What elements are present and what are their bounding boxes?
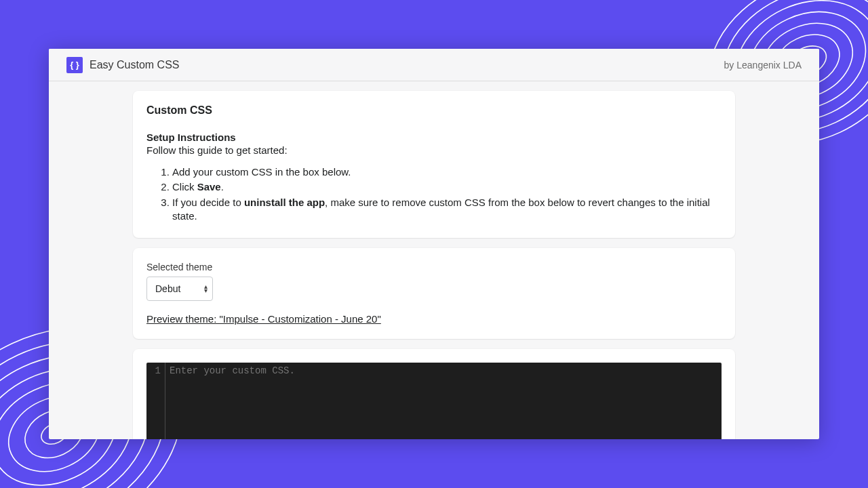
header-left: { } Easy Custom CSS (66, 57, 179, 73)
card-title: Custom CSS (146, 104, 722, 117)
step-1: Add your custom CSS in the box below. (172, 165, 722, 179)
theme-card: Selected theme Debut ▴▾ Preview theme: "… (133, 248, 735, 339)
instructions-card: Custom CSS Setup Instructions Follow thi… (133, 91, 735, 238)
app-window: { } Easy Custom CSS by Leangenix LDA Cus… (49, 49, 819, 439)
code-editor: 1 (146, 363, 722, 439)
editor-card: 1 (133, 349, 735, 439)
line-number: 1 (146, 365, 161, 376)
step-2-suffix: . (221, 181, 224, 192)
app-title: Easy Custom CSS (90, 59, 179, 71)
theme-select-wrapper: Debut ▴▾ (146, 277, 213, 301)
app-logo-icon: { } (66, 57, 83, 73)
step-3: If you decide to uninstall the app, make… (172, 196, 722, 224)
theme-select[interactable]: Debut (146, 277, 213, 301)
setup-heading: Setup Instructions (146, 131, 722, 143)
step-3-prefix: If you decide to (172, 197, 244, 208)
step-2-bold: Save (197, 181, 221, 192)
setup-lead: Follow this guide to get started: (146, 144, 722, 156)
preview-theme-link[interactable]: Preview theme: "Impulse - Customization … (146, 313, 381, 325)
content-area: Custom CSS Setup Instructions Follow thi… (49, 81, 819, 439)
app-header: { } Easy Custom CSS by Leangenix LDA (49, 49, 819, 81)
step-2: Click Save. (172, 180, 722, 194)
logo-glyph: { } (70, 60, 79, 70)
editor-gutter: 1 (146, 363, 165, 439)
app-byline: by Leangenix LDA (724, 60, 802, 70)
theme-label: Selected theme (146, 262, 722, 272)
step-3-bold: uninstall the app (244, 197, 325, 208)
step-2-prefix: Click (172, 181, 197, 192)
css-textarea[interactable] (165, 363, 722, 439)
setup-steps: Add your custom CSS in the box below. Cl… (172, 165, 722, 223)
